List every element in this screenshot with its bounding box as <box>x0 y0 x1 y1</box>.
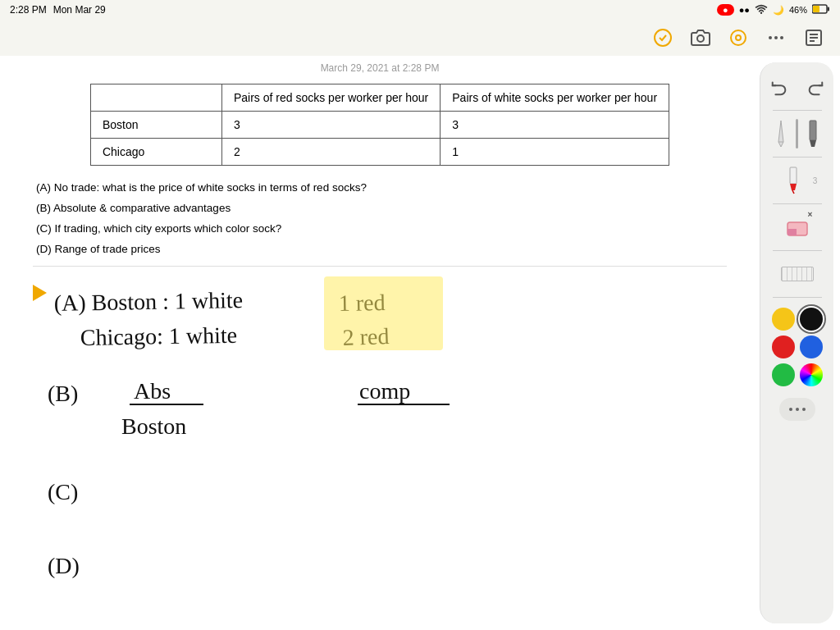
right-panel: 3 × <box>760 62 833 623</box>
divider-4 <box>773 250 822 251</box>
svg-rect-2 <box>828 7 830 11</box>
svg-point-10 <box>780 36 783 39</box>
svg-text:comp: comp <box>359 378 410 404</box>
table-row-chicago: Chicago 2 1 <box>90 139 669 166</box>
handwritten-area[interactable]: (A) Boston : 1 white 1 red Chicago: 1 wh… <box>33 272 727 600</box>
more-options-button[interactable] <box>763 25 789 51</box>
status-bar: 2:28 PM Mon Mar 29 ● ●● 🌙 46% <box>0 0 840 20</box>
toolbar <box>0 20 840 56</box>
svg-text:(B): (B) <box>48 381 78 406</box>
svg-line-33 <box>792 190 794 194</box>
question-b: (B) Absolute & comparative advantages <box>36 199 727 218</box>
redo-button[interactable] <box>799 71 832 103</box>
dot3 <box>802 408 806 411</box>
divider-2 <box>773 157 822 158</box>
svg-point-7 <box>736 35 741 40</box>
notes-area: March 29, 2021 at 2:28 PM Pairs of red s… <box>0 56 760 630</box>
ruler-icon <box>781 267 814 281</box>
svg-text:(C): (C) <box>48 479 78 504</box>
color-rainbow[interactable] <box>800 363 823 386</box>
date-display: Mon Mar 29 <box>53 4 106 16</box>
signal-dots: ●● <box>739 5 750 15</box>
table-header-city <box>90 84 221 112</box>
svg-rect-29 <box>810 121 816 140</box>
brush-pen-button[interactable] <box>801 117 824 150</box>
svg-point-6 <box>731 30 746 45</box>
svg-point-8 <box>769 36 772 39</box>
svg-text:Abs: Abs <box>134 378 171 404</box>
battery-display: 46% <box>789 5 807 15</box>
main-area: March 29, 2021 at 2:28 PM Pairs of red s… <box>0 56 840 630</box>
highlight-annotation <box>324 276 443 350</box>
red-pen-row: 3 <box>765 164 830 197</box>
divider-3 <box>773 203 822 204</box>
date-header: March 29, 2021 at 2:28 PM <box>33 62 727 74</box>
divider-1 <box>773 110 822 111</box>
undo-redo-row <box>763 71 832 103</box>
color-blue[interactable] <box>800 336 823 358</box>
svg-text:(A) Boston : 1 white: (A) Boston : 1 white <box>54 287 244 316</box>
thin-pen-button[interactable] <box>769 117 792 150</box>
svg-point-4 <box>655 30 671 46</box>
svg-marker-32 <box>790 184 797 190</box>
svg-point-5 <box>697 35 704 42</box>
more-tools-button[interactable] <box>779 398 815 421</box>
undo-button[interactable] <box>763 71 796 103</box>
questions-section: (A) No trade: what is the price of white… <box>33 179 727 259</box>
svg-rect-31 <box>790 167 797 184</box>
divider-5 <box>773 297 822 298</box>
svg-point-0 <box>760 12 762 14</box>
svg-rect-35 <box>788 229 797 235</box>
question-a: (A) No trade: what is the price of white… <box>36 179 727 198</box>
chicago-red: 2 <box>221 139 440 166</box>
dot2 <box>796 408 799 411</box>
time-display: 2:28 PM <box>10 4 47 16</box>
color-palette <box>769 304 826 390</box>
color-yellow[interactable] <box>772 308 795 331</box>
red-pen-button[interactable] <box>777 164 810 197</box>
ruler-button[interactable] <box>781 258 814 290</box>
svg-text:Boston: Boston <box>121 413 186 439</box>
eraser-block: × <box>781 211 814 244</box>
wifi-icon <box>755 4 768 16</box>
svg-text:Chicago: 1 white: Chicago: 1 white <box>80 322 238 349</box>
recording-badge: ● <box>717 4 734 16</box>
eraser-clear-button[interactable]: × <box>804 208 817 221</box>
table-header-white-socks: Pairs of white socks per worker per hour <box>441 84 669 112</box>
pen-selector-indicator <box>796 119 798 148</box>
question-d: (D) Range of trade prices <box>36 240 727 259</box>
chicago-white: 1 <box>441 139 669 166</box>
svg-text:(D): (D) <box>48 553 80 578</box>
marker-button[interactable] <box>725 25 751 51</box>
economics-table: Pairs of red socks per worker per hour P… <box>90 84 669 166</box>
question-c: (C) If trading, which city exports which… <box>36 220 727 239</box>
boston-label: Boston <box>90 112 221 139</box>
svg-rect-3 <box>813 6 819 12</box>
pen-size-label: 3 <box>813 176 818 185</box>
dot1 <box>789 408 792 411</box>
camera-button[interactable] <box>687 25 714 51</box>
edit-button[interactable] <box>801 25 827 51</box>
check-button[interactable] <box>650 25 676 51</box>
battery-icon <box>812 4 830 16</box>
color-green[interactable] <box>772 363 795 386</box>
svg-marker-30 <box>810 140 816 147</box>
chicago-label: Chicago <box>90 139 221 166</box>
table-header-red-socks: Pairs of red socks per worker per hour <box>221 84 440 112</box>
svg-marker-27 <box>778 121 783 147</box>
moon-icon: 🌙 <box>773 5 784 16</box>
boston-white: 3 <box>441 112 669 139</box>
content-divider <box>33 266 727 267</box>
pen-tools-row <box>765 117 830 150</box>
svg-point-9 <box>774 36 778 39</box>
table-row-boston: Boston 3 3 <box>90 112 669 139</box>
color-black[interactable] <box>800 308 823 331</box>
color-red[interactable] <box>772 336 795 358</box>
boston-red: 3 <box>221 112 440 139</box>
